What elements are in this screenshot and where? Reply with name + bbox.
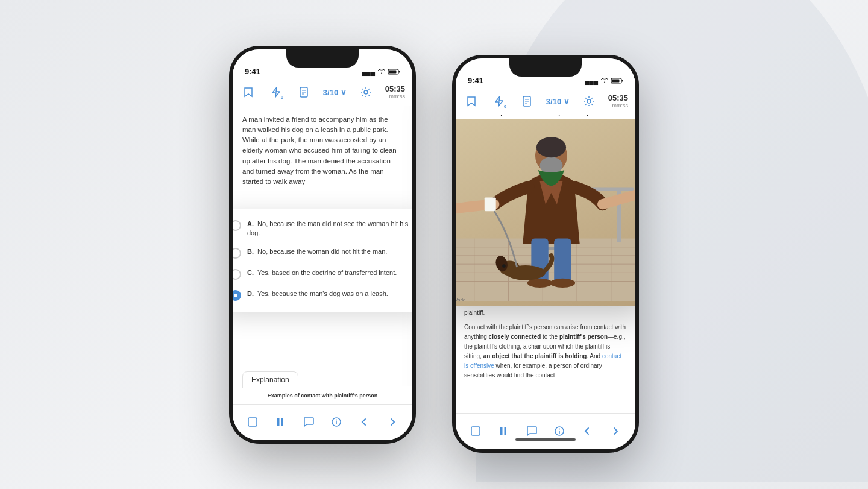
svg-rect-1	[399, 71, 400, 72]
answers-popup: A. No, because the man did not see the w…	[233, 209, 412, 312]
radio-c[interactable]	[233, 269, 241, 280]
phone-2-home-indicator	[515, 438, 576, 441]
radio-a[interactable]	[233, 220, 241, 231]
card-image-container: ©UWorld	[456, 119, 635, 306]
svg-rect-71	[505, 427, 507, 435]
phone-2-top-nav: 0 3/10 ∨	[456, 89, 635, 115]
svg-rect-64	[485, 197, 496, 211]
radio-b[interactable]	[233, 248, 241, 259]
answer-d[interactable]: D. Yes, because the man's dog was on a l…	[233, 285, 412, 306]
nav-counter[interactable]: 3/10 ∨	[323, 88, 347, 97]
phone-1-content: A man invited a friend to accompany him …	[233, 106, 412, 404]
phone-2-bottom-nav	[456, 413, 635, 449]
svg-point-58	[540, 157, 563, 174]
answer-c[interactable]: C. Yes, based on the doctrine of transfe…	[233, 263, 412, 285]
nav-timer-2: 05:35 mm:ss	[608, 93, 628, 109]
phone-2-notch	[509, 58, 582, 77]
signal-icon-2: ▄▄▄	[585, 78, 598, 84]
svg-rect-70	[500, 427, 503, 435]
svg-rect-28	[277, 418, 280, 426]
card-illustration-svg	[456, 119, 635, 306]
signal-icon: ▄▄▄	[362, 69, 375, 75]
flash-icon[interactable]: 0	[268, 84, 285, 101]
gear-icon-2[interactable]	[580, 93, 597, 110]
answer-a-text: A. No, because the man did not see the w…	[247, 219, 412, 238]
prev-arrow-icon[interactable]	[354, 412, 374, 432]
svg-rect-29	[281, 418, 284, 426]
phone-1-notch	[286, 49, 359, 68]
card-title: Examples of contact with plaintiff's per…	[456, 115, 635, 119]
phone-2-status-icons: ▄▄▄	[585, 78, 623, 85]
svg-point-40	[587, 99, 591, 103]
answer-c-text: C. Yes, based on the doctrine of transfe…	[247, 268, 397, 277]
battery-icon	[388, 69, 400, 76]
explanation-content: Examples of contact with plaintiff's per…	[233, 386, 412, 404]
phone-2: 9:41 ▄▄▄	[452, 55, 639, 453]
stop-icon[interactable]	[243, 412, 262, 432]
phone-1-status-icons: ▄▄▄	[362, 69, 400, 76]
doc-icon[interactable]	[295, 84, 312, 101]
phone-2-body-content: Examples of contact with plaintiff's per…	[456, 115, 635, 413]
flash-icon-2[interactable]: 0	[491, 93, 508, 110]
bookmark-icon[interactable]	[240, 84, 257, 101]
nav-counter-2[interactable]: 3/10 ∨	[546, 97, 570, 106]
phone-1-time: 9:41	[245, 67, 260, 76]
question-text: A man invited a friend to accompany him …	[233, 106, 412, 196]
svg-point-74	[559, 429, 560, 430]
answer-d-text: D. Yes, because the man's dog was on a l…	[247, 289, 388, 298]
svg-rect-69	[471, 427, 480, 435]
phone-1-bottom-nav	[233, 404, 412, 440]
doc-icon-2[interactable]	[518, 93, 535, 110]
svg-point-63	[550, 278, 576, 287]
radio-d[interactable]	[233, 290, 241, 301]
svg-rect-35	[612, 79, 620, 82]
svg-point-7	[364, 90, 368, 94]
explanation-image-title: Examples of contact with plaintiff's per…	[268, 393, 378, 399]
svg-rect-34	[622, 80, 623, 81]
answer-b[interactable]: B. No, because the woman did not hit the…	[233, 242, 412, 263]
phone-1-top-nav: 0 3/10 ∨	[233, 80, 412, 106]
nav-timer: 05:35 mm:ss	[385, 84, 405, 100]
answer-b-text: B. No, because the woman did not hit the…	[247, 247, 387, 256]
stop-icon-2[interactable]	[466, 421, 485, 441]
svg-point-59	[536, 137, 566, 157]
pause-icon-2[interactable]	[494, 421, 513, 441]
wifi-icon	[377, 69, 386, 76]
svg-rect-27	[248, 418, 257, 426]
prev-arrow-icon-2[interactable]	[577, 421, 597, 441]
info-icon[interactable]	[327, 412, 346, 432]
pause-icon[interactable]	[271, 412, 290, 432]
next-arrow-icon-2[interactable]	[606, 421, 625, 441]
battery-icon-2	[611, 78, 623, 85]
explanation-text-content: • that contact caused bodily harm or was…	[456, 291, 635, 413]
bookmark-icon-2[interactable]	[463, 93, 480, 110]
background: 9:41 ▄▄▄	[0, 0, 868, 489]
gear-icon[interactable]	[357, 84, 374, 101]
phone-2-time: 9:41	[468, 76, 483, 85]
image-card-popup: Examples of contact with plaintiff's per…	[456, 115, 635, 306]
phone-1-inner: 9:41 ▄▄▄	[233, 49, 412, 440]
card-copyright: ©UWorld	[456, 297, 465, 303]
svg-point-68	[502, 264, 506, 268]
chat-icon[interactable]	[299, 412, 318, 432]
phones-container: 9:41 ▄▄▄	[229, 37, 639, 453]
phone-2-inner: 9:41 ▄▄▄	[456, 58, 635, 449]
next-arrow-icon[interactable]	[383, 412, 402, 432]
svg-rect-2	[389, 70, 397, 73]
answer-a[interactable]: A. No, because the man did not see the w…	[233, 215, 412, 243]
wifi-icon-2	[600, 78, 609, 85]
phone-1: 9:41 ▄▄▄	[229, 46, 416, 444]
explanation-tab[interactable]: Explanation	[242, 371, 298, 388]
svg-rect-61	[554, 238, 571, 284]
svg-point-32	[336, 420, 337, 421]
body-paragraph-1: Contact with the plaintiff's person can …	[464, 323, 627, 380]
